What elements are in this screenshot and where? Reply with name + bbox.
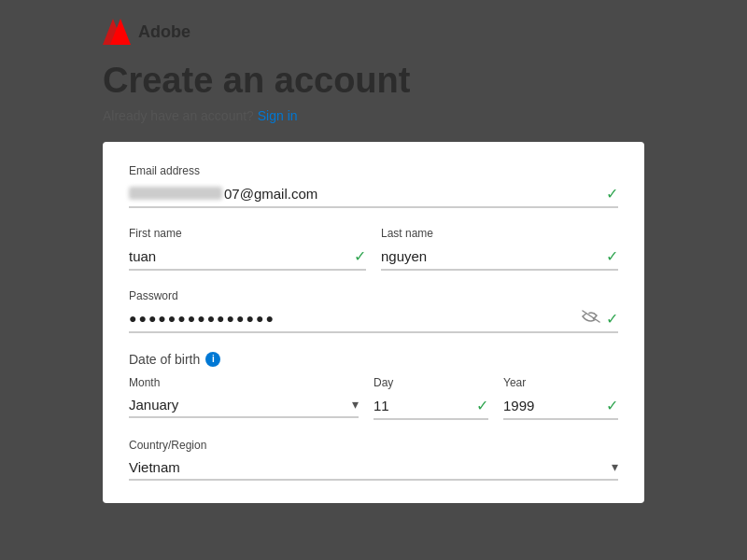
first-name-field-group: First name ✓ <box>129 227 366 271</box>
day-label: Day <box>374 376 488 389</box>
last-name-input[interactable] <box>381 248 600 264</box>
last-name-field-group: Last name ✓ <box>381 227 618 271</box>
month-dropdown-icon: ▾ <box>352 397 359 412</box>
adobe-logo-text: Adobe <box>138 22 190 42</box>
country-section: Country/Region Vietnam United States Uni… <box>129 439 618 481</box>
day-value: 11 <box>374 398 471 413</box>
last-name-label: Last name <box>381 227 618 240</box>
year-label: Year <box>503 376 618 389</box>
first-name-check-icon: ✓ <box>354 247 366 265</box>
last-name-check-icon: ✓ <box>606 247 618 265</box>
first-name-input-wrapper[interactable]: ✓ <box>129 244 366 271</box>
email-input-wrapper: 07@gmail.com ✓ <box>129 181 618 208</box>
password-field-group: Password ●●●●●●●●●●●●●●● ✓ <box>129 289 618 333</box>
email-field-group: Email address 07@gmail.com ✓ <box>129 164 618 208</box>
dob-info-icon[interactable]: i <box>205 352 220 367</box>
page-title: Create an account <box>103 62 644 101</box>
email-label: Email address <box>129 164 618 177</box>
year-input-wrapper: 1999 ✓ <box>503 393 618 420</box>
eye-slash-icon[interactable] <box>582 310 600 327</box>
month-field: Month January February March April May J… <box>129 376 359 420</box>
dob-fields: Month January February March April May J… <box>129 376 618 420</box>
country-dropdown-icon: ▾ <box>612 459 618 474</box>
day-input-wrapper: 11 ✓ <box>374 393 488 420</box>
email-blur <box>129 187 222 200</box>
email-value: 07@gmail.com <box>224 186 600 202</box>
year-value: 1999 <box>503 398 600 413</box>
password-input-wrapper: ●●●●●●●●●●●●●●● ✓ <box>129 306 618 333</box>
month-select-wrapper[interactable]: January February March April May June Ju… <box>129 393 359 418</box>
year-field: Year 1999 ✓ <box>503 376 618 420</box>
first-name-label: First name <box>129 227 366 240</box>
month-label: Month <box>129 376 359 389</box>
email-check-icon: ✓ <box>606 185 618 203</box>
signin-prompt: Already have an account? Sign in <box>103 108 644 123</box>
name-field-row: First name ✓ Last name ✓ <box>129 227 618 289</box>
month-select[interactable]: January February March April May June Ju… <box>129 397 352 413</box>
day-field: Day 11 ✓ <box>374 376 488 420</box>
signin-link[interactable]: Sign in <box>258 108 298 123</box>
day-check-icon: ✓ <box>476 397 488 414</box>
password-label: Password <box>129 289 618 302</box>
password-dots: ●●●●●●●●●●●●●●● <box>129 311 576 326</box>
form-card: Email address 07@gmail.com ✓ First name … <box>103 142 644 503</box>
first-name-input[interactable] <box>129 248 348 264</box>
year-check-icon: ✓ <box>606 397 618 414</box>
adobe-logo-icon <box>103 19 131 45</box>
country-select-wrapper[interactable]: Vietnam United States United Kingdom Jap… <box>129 455 618 481</box>
adobe-logo: Adobe <box>103 19 644 45</box>
password-check-icon: ✓ <box>606 310 618 328</box>
dob-section: Date of birth i Month January February M… <box>129 352 618 420</box>
dob-label: Date of birth <box>129 352 200 367</box>
last-name-input-wrapper[interactable]: ✓ <box>381 244 618 271</box>
country-label: Country/Region <box>129 439 618 452</box>
dob-label-row: Date of birth i <box>129 352 618 367</box>
country-select[interactable]: Vietnam United States United Kingdom Jap… <box>129 459 612 475</box>
